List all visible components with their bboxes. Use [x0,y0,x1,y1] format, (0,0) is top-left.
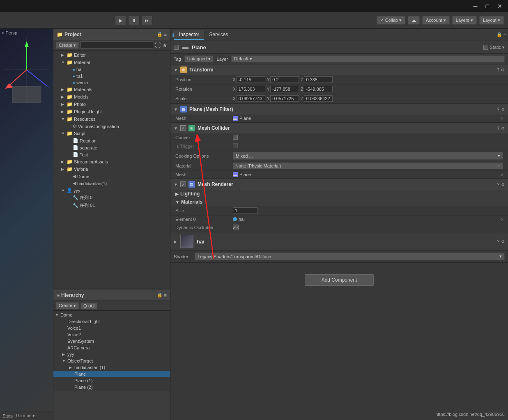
hai-settings-btn[interactable]: ⚙ [501,239,505,244]
hierarchy-tree-item[interactable]: Directional Light [53,318,170,325]
static-checkbox[interactable] [483,45,488,50]
transform-settings-btn[interactable]: ⚙ [501,68,505,72]
mesh-collider-help-btn[interactable]: ? [497,126,499,131]
hierarchy-tree-item[interactable]: Voice1 [53,325,170,331]
project-tree-item[interactable]: ▶📁Editor [53,51,170,59]
stats-button[interactable]: Stats [2,413,13,418]
mesh-filter-settings-btn[interactable]: ⚙ [501,107,505,112]
hierarchy-tree-item[interactable]: ▼Dome [53,312,170,318]
mesh-collider-settings-btn[interactable]: ⚙ [501,126,505,131]
project-tree-item[interactable]: ▶📁PluginsHeight [53,108,170,115]
hierarchy-tree-item[interactable]: Plane (2) [53,384,170,390]
hierarchy-tree-item[interactable]: ▼ObjectTarget [53,358,170,364]
rotation-x-input[interactable] [237,86,265,92]
transform-help-btn[interactable]: ? [497,68,499,72]
hai-help-btn[interactable]: ? [497,239,499,244]
project-tree-item[interactable]: ▶📁Materials [53,86,170,93]
position-x-input[interactable] [237,76,265,83]
scale-y-input[interactable] [270,95,299,102]
gizmos-button[interactable]: Gizmos ▾ [16,413,35,418]
account-button[interactable]: Account ▾ [422,16,450,25]
project-tree-item[interactable]: 🔧序列 0 [53,194,170,202]
inspector-menu-icon[interactable]: ≡ [504,32,506,37]
project-tree-item[interactable]: ●hai [53,66,170,73]
project-tree-item[interactable]: ▶📁Photo [53,101,170,108]
lighting-header[interactable]: ▶ Lighting [170,190,508,198]
rotation-z-input[interactable] [304,86,333,92]
cloud-button[interactable]: ☁ [408,16,420,25]
project-tree-item[interactable]: 📄Test [53,151,170,158]
hierarchy-tree-item[interactable]: EventSystem [53,338,170,344]
step-button[interactable]: ⏭ [141,16,153,25]
mesh-collider-header[interactable]: ▼ ✓ ⊞ Mesh Collider ? ⚙ [170,123,508,133]
shader-dropdown[interactable]: Legacy Shaders/Transparent/Diffuse ▾ [195,252,505,260]
hierarchy-menu-icon[interactable]: ≡ [164,293,167,298]
layout-button[interactable]: Layout ▾ [479,16,504,25]
maximize-button[interactable]: □ [483,2,492,10]
project-tree-item[interactable]: ▼📁Script [53,130,170,137]
project-tree-item[interactable]: 📄separate [53,144,170,151]
add-component-button[interactable]: Add Component [305,274,374,286]
project-tree-item[interactable]: ●tu1 [53,73,170,79]
project-tree-item[interactable]: ▼📁Resources [53,115,170,123]
mesh-renderer-header[interactable]: ▼ ✓ ▤ Mesh Renderer ? ⚙ [170,179,508,190]
dynamic-occluded-checkbox[interactable]: ✓ [233,225,239,230]
hierarchy-tree-item[interactable]: ARCamera [53,344,170,351]
position-z-input[interactable] [304,76,333,83]
project-tree-item[interactable]: ▶📁StreamingAssets [53,158,170,165]
transform-header[interactable]: ▼ ⊕ Transform ? ⚙ [170,64,508,75]
project-tree-item[interactable]: ●wenzi [53,79,170,86]
scale-z-input[interactable] [304,95,333,102]
project-tree-item[interactable]: 📄Rotation [53,137,170,144]
convex-checkbox[interactable] [233,135,238,140]
hierarchy-create-button[interactable]: Create ▾ [56,302,79,309]
layer-dropdown[interactable]: Default ▾ [231,55,505,62]
position-y-input[interactable] [270,76,299,83]
layers-button[interactable]: Layers ▾ [452,16,477,25]
hierarchy-tree-item[interactable]: ▶haididianlan (1) [53,364,170,371]
play-button[interactable]: ▶ [115,16,126,25]
mesh-collider-enabled-checkbox[interactable]: ✓ [180,125,186,131]
mesh-renderer-settings-btn[interactable]: ⚙ [501,182,505,187]
project-create-button[interactable]: Create ▾ [56,42,79,49]
mesh-filter-help-btn[interactable]: ? [497,107,499,112]
project-tree-item[interactable]: ⚙VuforiaConfiguration [53,123,170,130]
static-dropdown[interactable]: ▾ [502,45,505,50]
hierarchy-search-button[interactable]: Q+All [80,303,97,309]
project-tree-item[interactable]: ▶📁Vuforia [53,165,170,173]
collider-mesh-select-btn[interactable]: ○ [500,172,503,177]
project-tree-item[interactable]: ◀haididianlan(1) [53,180,170,187]
minimize-button[interactable]: ─ [471,2,480,10]
mesh-renderer-enabled-checkbox[interactable]: ✓ [180,181,186,187]
is-trigger-checkbox[interactable] [233,143,238,148]
mesh-filter-header[interactable]: ▼ ▦ Plane (Mesh Filter) ? ⚙ [170,104,508,115]
inspector-lock-icon[interactable]: 🔒 [497,32,502,37]
scale-x-input[interactable] [237,95,265,102]
element0-select-btn[interactable]: ○ [500,217,503,222]
project-collab-icon[interactable]: ⛶ [155,42,161,48]
project-tree-item[interactable]: ▼📁Material [53,59,170,66]
close-button[interactable]: ✕ [495,2,505,10]
tag-dropdown[interactable]: Untagged ▾ [184,55,214,62]
project-search-input[interactable] [80,41,153,49]
mesh-filter-select-btn[interactable]: ○ [500,116,503,121]
hierarchy-tree-item[interactable]: Voice2 [53,331,170,338]
collider-material-select[interactable]: ○ [498,163,501,168]
pause-button[interactable]: ⏸ [128,16,140,25]
project-menu-icon[interactable]: ≡ [164,32,167,37]
project-tree-item[interactable]: ▼👤yyy [53,187,170,194]
object-enabled-checkbox[interactable] [174,45,179,50]
hierarchy-lock-icon[interactable]: 🔒 [157,292,163,298]
project-tree-item[interactable]: 🔧序列 01 [53,202,170,209]
materials-header[interactable]: ▼ Materials [170,198,508,206]
hierarchy-tree-item[interactable]: Plane [53,371,170,377]
hierarchy-tree-item[interactable]: ▶yyy [53,351,170,358]
project-tree-item[interactable]: ▶📁Models [53,93,170,101]
hierarchy-tree-item[interactable]: Plane (1) [53,377,170,384]
project-lock-icon[interactable]: 🔒 [157,32,163,37]
collab-button[interactable]: ✓ Collab ▾ [377,16,405,25]
tab-services[interactable]: Services [204,30,233,40]
rotation-y-input[interactable] [270,86,299,92]
size-input[interactable] [233,207,257,214]
project-tree-item[interactable]: ◀Dome [53,173,170,180]
